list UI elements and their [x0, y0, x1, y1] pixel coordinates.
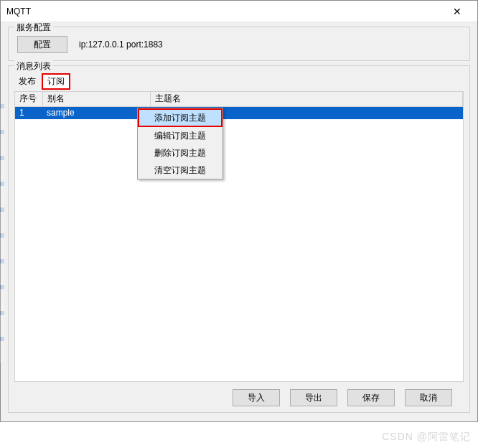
table-row[interactable]: 1 sample: [15, 106, 463, 119]
config-button[interactable]: 配置: [17, 36, 67, 53]
cancel-button[interactable]: 取消: [405, 389, 452, 406]
close-icon[interactable]: ✕: [443, 6, 472, 17]
watermark: CSDN @阿雷笔记: [382, 431, 471, 444]
menu-clear-topic[interactable]: 清空订阅主题: [138, 162, 222, 179]
titlebar: MQTT ✕: [1, 1, 477, 22]
subscribe-panel: 序号 别名 主题名 1 sample 添加订阅主题: [14, 91, 464, 382]
tab-publish[interactable]: 发布: [17, 74, 37, 89]
ip-port-label: ip:127.0.0.1 port:1883: [79, 39, 163, 50]
import-button[interactable]: 导入: [233, 389, 280, 406]
menu-edit-topic[interactable]: 编辑订阅主题: [138, 127, 222, 144]
decorative-strip: [0, 104, 4, 363]
message-list-group: 消息列表 发布 订阅 序号 别名 主题名: [8, 65, 470, 413]
col-topic[interactable]: 主题名: [150, 92, 463, 106]
content-area: 服务配置 配置 ip:127.0.0.1 port:1883 消息列表 发布 订…: [1, 22, 477, 421]
cell-seq: 1: [15, 106, 42, 119]
cell-alias: sample: [42, 106, 150, 119]
footer-buttons: 导入 导出 保存 取消: [14, 382, 464, 406]
col-alias[interactable]: 别名: [42, 92, 150, 106]
menu-add-topic[interactable]: 添加订阅主题: [138, 108, 222, 127]
save-button[interactable]: 保存: [347, 389, 395, 406]
export-button[interactable]: 导出: [290, 389, 337, 406]
context-menu: 添加订阅主题 编辑订阅主题 删除订阅主题 清空订阅主题: [137, 108, 223, 179]
menu-delete-topic[interactable]: 删除订阅主题: [138, 144, 222, 162]
service-config-legend: 服务配置: [14, 22, 53, 34]
service-config-group: 服务配置 配置 ip:127.0.0.1 port:1883: [8, 27, 470, 61]
window-title: MQTT: [6, 6, 443, 17]
tabs: 发布 订阅: [14, 70, 464, 90]
topic-table: 序号 别名 主题名 1 sample: [15, 92, 463, 119]
mqtt-dialog: MQTT ✕ 服务配置 配置 ip:127.0.0.1 port:1883 消息…: [0, 0, 478, 422]
tab-subscribe[interactable]: 订阅: [42, 73, 70, 90]
col-seq[interactable]: 序号: [15, 92, 42, 106]
message-list-legend: 消息列表: [14, 60, 53, 73]
